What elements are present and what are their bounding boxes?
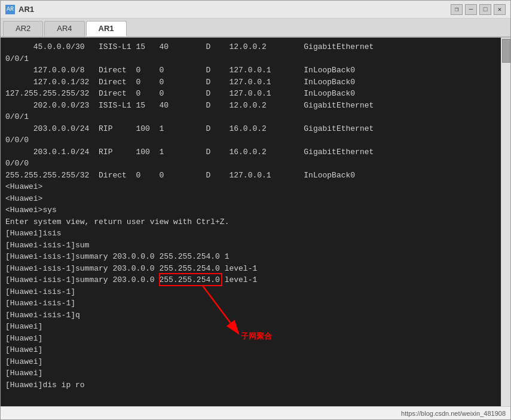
terminal-line: 255.255.255.255/32 Direct 0 0 D 127.0.0.… xyxy=(5,170,496,182)
status-bar: https://blog.csdn.net/weixin_481908 xyxy=(1,406,510,419)
annotation-label: 子网聚合 xyxy=(241,330,272,342)
terminal-line: Enter system view, return user view with… xyxy=(5,216,496,228)
terminal-line: [Huawei-isis-1]sum xyxy=(5,240,496,252)
window-title: AR1 xyxy=(19,5,34,14)
terminal-line: 203.0.0.0/24 RIP 100 1 D 16.0.0.2 Gigabi… xyxy=(5,123,496,135)
title-bar-left: AR AR1 xyxy=(5,5,34,14)
minimize-button[interactable]: ─ xyxy=(465,4,477,15)
terminal-line: [Huawei]dis ip ro xyxy=(5,379,496,391)
terminal-line: 203.0.1.0/24 RIP 100 1 D 16.0.0.2 Gigabi… xyxy=(5,146,496,158)
maximize-button[interactable]: □ xyxy=(479,4,491,15)
close-button[interactable]: ✕ xyxy=(494,4,506,15)
terminal-line: 127.255.255.255/32 Direct 0 0 D 127.0.0.… xyxy=(5,88,496,100)
terminal-line: [Huawei] xyxy=(5,356,496,368)
app-icon: AR xyxy=(5,5,15,14)
main-window: AR AR1 ❐ ─ □ ✕ AR2 AR4 AR1 45.0.0.0/30 I… xyxy=(0,0,511,420)
terminal-area[interactable]: 45.0.0.0/30 ISIS-L1 15 40 D 12.0.0.2 Gig… xyxy=(1,38,501,406)
title-bar: AR AR1 ❐ ─ □ ✕ xyxy=(1,1,510,19)
status-url: https://blog.csdn.net/weixin_481908 xyxy=(401,410,506,417)
tab-ar1[interactable]: AR1 xyxy=(86,21,127,36)
terminal-line: 45.0.0.0/30 ISIS-L1 15 40 D 12.0.0.2 Gig… xyxy=(5,41,496,53)
terminal-line: [Huawei] xyxy=(5,367,496,379)
terminal-line: <Huawei> xyxy=(5,193,496,205)
terminal-line: 127.0.0.1/32 Direct 0 0 D 127.0.0.1 InLo… xyxy=(5,76,496,88)
window-controls: ❐ ─ □ ✕ xyxy=(451,4,506,15)
restore-button[interactable]: ❐ xyxy=(451,4,463,15)
terminal-line: 202.0.0.0/23 ISIS-L1 15 40 D 12.0.0.2 Gi… xyxy=(5,100,496,112)
tab-ar2[interactable]: AR2 xyxy=(3,21,43,36)
terminal-line: [Huawei-isis-1] xyxy=(5,286,496,298)
terminal-line: 0/0/0 xyxy=(5,134,496,146)
tab-ar4[interactable]: AR4 xyxy=(44,21,84,36)
terminal-line: 0/0/1 xyxy=(5,53,496,65)
terminal-line: [Huawei]isis xyxy=(5,228,496,240)
terminal-line: <Huawei>sys xyxy=(5,204,496,216)
terminal-line: 127.0.0.0/8 Direct 0 0 D 127.0.0.1 InLoo… xyxy=(5,65,496,76)
tab-bar: AR2 AR4 AR1 xyxy=(1,19,510,38)
terminal-line: [Huawei-isis-1]summary 203.0.0.0 255.255… xyxy=(5,263,496,275)
terminal-line: [Huawei-isis-1] xyxy=(5,298,496,309)
terminal-line: [Huawei] xyxy=(5,344,496,356)
terminal-line: <Huawei> xyxy=(5,181,496,193)
scrollbar[interactable] xyxy=(501,38,510,406)
terminal-line: 0/0/1 xyxy=(5,111,496,123)
terminal-line: [Huawei-isis-1]summary 203.0.0.0 255.255… xyxy=(5,274,496,286)
terminal-line: [Huawei-isis-1]q xyxy=(5,309,496,321)
scrollbar-thumb[interactable] xyxy=(502,39,510,63)
terminal-line: 0/0/0 xyxy=(5,158,496,170)
terminal-line: [Huawei-isis-1]summary 203.0.0.0 255.255… xyxy=(5,251,496,263)
